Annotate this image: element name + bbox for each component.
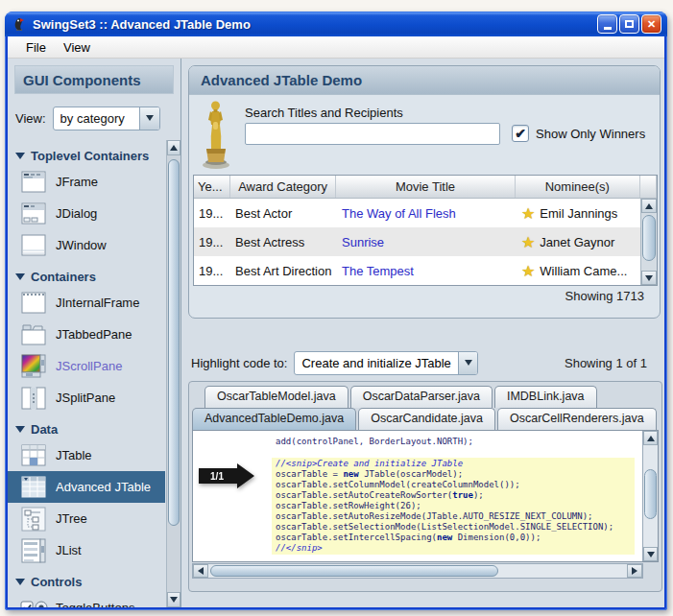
jwindow-icon xyxy=(20,233,47,258)
main-area: Advanced JTable Demo Search Titles and R… xyxy=(181,59,664,607)
scroll-down-button[interactable] xyxy=(167,592,180,607)
sidebar-item-jwindow[interactable]: JWindow xyxy=(8,229,165,261)
sidebar-item-jtree[interactable]: JTree xyxy=(8,503,165,534)
tree-section-label: Toplevel Containers xyxy=(31,149,149,163)
jtree-icon xyxy=(20,507,47,532)
movie-link[interactable]: The Tempest xyxy=(337,256,517,285)
scroll-right-button[interactable] xyxy=(627,564,642,578)
column-header-3[interactable]: Movie Title xyxy=(336,176,515,198)
table-row[interactable]: 19...Best Art DirectionThe Tempest★Willi… xyxy=(194,256,657,285)
close-button-icon[interactable]: ✕ xyxy=(641,14,661,34)
year-cell: 19... xyxy=(194,199,230,227)
scroll-up-button[interactable] xyxy=(643,431,658,445)
menu-view[interactable]: View xyxy=(55,38,99,57)
collapse-triangle-icon xyxy=(15,273,25,280)
code-editor[interactable]: add(controlPanel, BorderLayout.NORTH);//… xyxy=(192,430,659,562)
code-tab-oscarcandidate-java[interactable]: OscarCandidate.java xyxy=(358,408,495,430)
highlight-code-combobox[interactable]: Create and initialize JTable xyxy=(294,351,478,375)
table-row[interactable]: 19...Best ActressSunrise★Janet Gaynor xyxy=(194,227,657,256)
maximize-button-icon[interactable] xyxy=(619,14,639,34)
scroll-down-button[interactable] xyxy=(641,271,657,285)
code-line: oscarTable.setSelectionMode(ListSelectio… xyxy=(276,522,635,533)
scroll-left-button[interactable] xyxy=(193,564,208,578)
highlight-code-value: Create and initialize JTable xyxy=(295,352,457,374)
check-icon: ✔ xyxy=(515,126,526,141)
view-combobox[interactable]: by category xyxy=(53,107,160,130)
highlight-code-label: Highlight code to: xyxy=(191,356,287,370)
code-tab-imdblink-java[interactable]: IMDBLink.java xyxy=(494,386,597,408)
code-comment: //</snip> xyxy=(276,543,323,553)
demo-title: Advanced JTable Demo xyxy=(189,66,660,95)
tree-item-label: Advanced JTable xyxy=(56,480,151,494)
code-tab-oscartablemodel-java[interactable]: OscarTableModel.java xyxy=(204,386,349,408)
table-scrollbar[interactable] xyxy=(640,199,657,285)
sidebar-item-jscrollpane[interactable]: JScrollPane xyxy=(8,350,165,382)
sidebar-item-jframe[interactable]: JFrame xyxy=(8,166,165,198)
window-title: SwingSet3 :: Advanced JTable Demo xyxy=(33,17,597,32)
tree-item-label: JSplitPane xyxy=(56,391,115,405)
oscar-statuette-icon xyxy=(200,98,232,169)
sidebar-item-jlist[interactable]: JList xyxy=(8,534,165,566)
tree-section-label: Containers xyxy=(31,270,96,284)
winner-star-icon: ★ xyxy=(521,233,535,251)
duke-icon xyxy=(12,16,27,32)
code-line: oscarTable = new JTable(oscarModel); xyxy=(276,469,635,480)
code-keyword: true xyxy=(452,490,473,500)
highlight-combobox-button[interactable] xyxy=(458,352,478,374)
code-keyword: new xyxy=(343,469,358,479)
scrollbar-thumb[interactable] xyxy=(642,215,656,261)
scroll-up-button[interactable] xyxy=(167,140,180,155)
search-input[interactable] xyxy=(245,123,500,145)
tree-section-data[interactable]: Data xyxy=(8,418,165,439)
column-header-filler xyxy=(640,176,657,198)
code-line: oscarTable.setRowHeight(26); xyxy=(276,501,635,511)
scrollbar-thumb[interactable] xyxy=(210,565,498,577)
column-header-1[interactable]: Ye... xyxy=(194,176,230,198)
sidebar-scrollbar[interactable] xyxy=(166,140,180,607)
column-header-2[interactable]: Award Category xyxy=(230,176,337,198)
sidebar-item-jsplitpane[interactable]: JSplitPane xyxy=(8,382,165,414)
minimize-button-icon[interactable] xyxy=(597,14,617,34)
code-tab-oscarcellrenderers-java[interactable]: OscarCellRenderers.java xyxy=(497,408,657,430)
movie-link[interactable]: The Way of All Flesh xyxy=(337,199,517,227)
tree-section-controls[interactable]: Controls xyxy=(8,571,165,592)
movie-link[interactable]: Sunrise xyxy=(337,227,517,256)
column-header-4[interactable]: Nominee(s) xyxy=(516,176,640,198)
show-only-winners-checkbox[interactable]: ✔ xyxy=(512,125,529,142)
code-tab-oscardataparser-java[interactable]: OscarDataParser.java xyxy=(350,386,493,408)
jframe-icon xyxy=(20,170,47,195)
tree-item-label: ToggleButtons xyxy=(56,601,134,607)
code-keyword: new xyxy=(437,533,452,542)
sidebar-item-togglebuttons[interactable]: ToggleButtons xyxy=(8,592,165,607)
year-cell: 19... xyxy=(194,256,230,285)
sidebar-item-jtabbedpane[interactable]: JTabbedPane xyxy=(8,319,165,350)
menu-bar: FileView xyxy=(8,36,664,59)
code-tab-advancedtabledemo-java[interactable]: AdvancedTableDemo.java xyxy=(192,408,356,430)
table-row[interactable]: 19...Best ActorThe Way of All Flesh★Emil… xyxy=(194,199,657,227)
code-vertical-scrollbar[interactable] xyxy=(642,431,658,561)
menu-file[interactable]: File xyxy=(17,38,55,57)
title-bar[interactable]: SwingSet3 :: Advanced JTable Demo ✕ xyxy=(5,12,667,36)
nominee-name: William Came... xyxy=(540,264,627,278)
tree-section-toplevel-containers[interactable]: Toplevel Containers xyxy=(8,145,165,166)
code-horizontal-scrollbar[interactable] xyxy=(192,563,643,579)
sidebar-item-advanced-jtable[interactable]: Advanced JTable xyxy=(8,471,165,503)
tree-item-label: JWindow xyxy=(56,238,107,252)
tree-item-label: JList xyxy=(56,543,82,557)
sidebar-item-jinternalframe[interactable]: JInternalFrame xyxy=(8,287,165,319)
content-area: GUI Components View: by category Topleve… xyxy=(8,59,664,607)
component-tree: Toplevel ContainersJFrameJDialogJWindowC… xyxy=(8,140,180,607)
scroll-up-button[interactable] xyxy=(641,199,657,213)
jtogglebuttons-icon xyxy=(20,596,47,608)
sidebar-item-jtable[interactable]: JTable xyxy=(8,439,165,471)
view-combobox-button[interactable] xyxy=(139,107,159,130)
sidebar-item-jdialog[interactable]: JDialog xyxy=(8,198,165,229)
jsplitpane-icon xyxy=(20,386,47,411)
code-line: oscarTable.setColumnModel(createColumnMo… xyxy=(276,480,635,490)
category-cell: Best Art Direction xyxy=(230,256,337,285)
arrow-down-icon xyxy=(645,275,653,281)
scrollbar-thumb[interactable] xyxy=(644,469,657,519)
scrollbar-thumb[interactable] xyxy=(168,159,180,526)
tree-section-containers[interactable]: Containers xyxy=(8,266,165,287)
scroll-down-button[interactable] xyxy=(643,547,658,561)
